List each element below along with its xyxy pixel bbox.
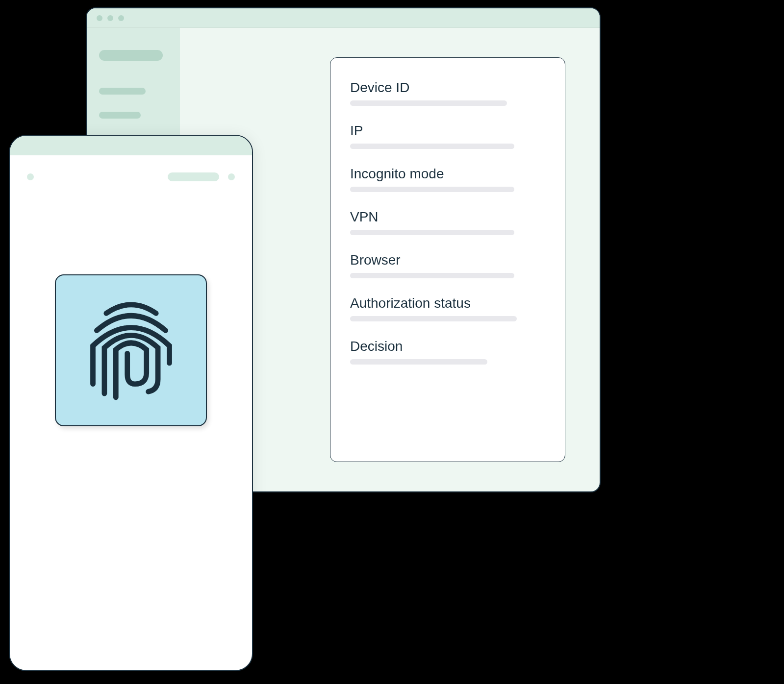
- info-row-vpn: VPN: [350, 209, 545, 235]
- info-label: IP: [350, 123, 545, 139]
- info-value-placeholder: [350, 316, 517, 321]
- info-value-placeholder: [350, 187, 514, 192]
- sidebar-title-placeholder: [99, 50, 163, 61]
- mobile-device: [9, 135, 253, 671]
- info-value-placeholder: [350, 144, 514, 149]
- mobile-action-icon[interactable]: [228, 173, 235, 180]
- mobile-statusbar: [10, 136, 252, 155]
- info-row-decision: Decision: [350, 339, 545, 365]
- traffic-light-maximize-icon[interactable]: [118, 15, 124, 21]
- fingerprint-icon: [83, 298, 179, 403]
- device-info-card: Device ID IP Incognito mode VPN Browser: [330, 57, 565, 462]
- mobile-header-placeholder: [168, 172, 219, 181]
- info-row-ip: IP: [350, 123, 545, 149]
- traffic-light-close-icon[interactable]: [97, 15, 102, 21]
- browser-titlebar: [87, 8, 600, 28]
- info-row-device-id: Device ID: [350, 80, 545, 106]
- sidebar-item-placeholder: [99, 112, 141, 119]
- mobile-body: [10, 198, 252, 426]
- info-value-placeholder: [350, 359, 487, 365]
- info-label: Decision: [350, 339, 545, 354]
- sidebar-item-placeholder: [99, 88, 146, 95]
- info-value-placeholder: [350, 230, 514, 235]
- info-label: VPN: [350, 209, 545, 225]
- traffic-light-minimize-icon[interactable]: [107, 15, 113, 21]
- info-row-authorization: Authorization status: [350, 295, 545, 321]
- mobile-header-right: [168, 172, 235, 181]
- mobile-menu-icon[interactable]: [27, 173, 34, 180]
- mobile-header: [10, 155, 252, 198]
- info-value-placeholder: [350, 100, 507, 106]
- info-value-placeholder: [350, 273, 514, 278]
- info-label: Authorization status: [350, 295, 545, 311]
- info-label: Browser: [350, 252, 545, 268]
- info-row-browser: Browser: [350, 252, 545, 278]
- info-label: Device ID: [350, 80, 545, 96]
- info-label: Incognito mode: [350, 166, 545, 182]
- fingerprint-tile[interactable]: [55, 274, 207, 426]
- info-row-incognito: Incognito mode: [350, 166, 545, 192]
